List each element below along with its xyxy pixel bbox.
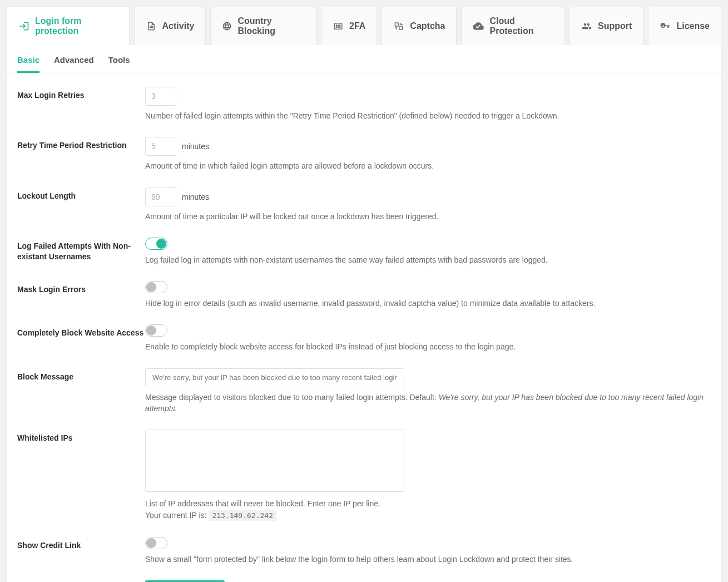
tab-label: License: [676, 21, 710, 31]
label-log-failed-nonexistant: Log Failed Attempts With Non-existant Us…: [17, 238, 145, 262]
support-icon: [581, 21, 592, 32]
label-lockout-length: Lockout Length: [17, 188, 145, 201]
document-icon: [146, 21, 157, 32]
tab-country-blocking[interactable]: Country Blocking: [210, 7, 316, 45]
hint-completely-block: Enable to completely block website acces…: [145, 341, 711, 352]
hint-retry-time-period: Amount of time in which failed login att…: [145, 160, 711, 171]
tab-label: Login form protection: [35, 16, 118, 36]
sub-tab-advanced[interactable]: Advanced: [54, 55, 94, 73]
hint-show-credit-link: Show a small "form protected by" link be…: [145, 554, 711, 565]
label-max-login-retries: Max Login Retries: [17, 87, 145, 101]
tab-label: Activity: [162, 21, 195, 31]
svg-point-2: [338, 25, 339, 26]
svg-rect-8: [399, 26, 403, 29]
toggle-completely-block[interactable]: [145, 324, 167, 337]
keypad-icon: [333, 21, 344, 32]
toggle-mask-login-errors[interactable]: [145, 281, 167, 293]
unit-minutes: minutes: [182, 193, 209, 201]
globe-icon: [222, 21, 232, 32]
label-show-credit-link: Show Credit Link: [17, 537, 145, 551]
tab-cloud-protection[interactable]: Cloud Protection: [461, 7, 565, 45]
tab-2fa[interactable]: 2FA: [321, 7, 377, 45]
captcha-icon: [393, 21, 404, 32]
input-lockout-length[interactable]: [145, 188, 176, 206]
hint-lockout-length: Amount of time a particular IP will be l…: [145, 211, 711, 222]
hint-mask-login-errors: Hide log in error details (such as inval…: [145, 298, 711, 309]
tab-label: Captcha: [410, 21, 445, 31]
svg-point-5: [338, 27, 339, 28]
input-block-message[interactable]: [145, 368, 404, 387]
key-icon: [660, 21, 671, 32]
input-max-login-retries[interactable]: [145, 87, 176, 106]
label-retry-time-period: Retry Time Period Restriction: [17, 137, 145, 151]
tab-label: Support: [598, 21, 632, 31]
svg-point-1: [336, 25, 337, 26]
sub-tab-basic[interactable]: Basic: [17, 55, 39, 73]
tab-login-form-protection[interactable]: Login form protection: [7, 7, 130, 45]
cloud-check-icon: [473, 21, 484, 32]
label-mask-login-errors: Mask Login Errors: [17, 281, 145, 295]
tab-support[interactable]: Support: [569, 7, 643, 45]
hint-log-failed-nonexistant: Log failed log in attempts with non-exis…: [145, 254, 711, 265]
toggle-show-credit-link[interactable]: [145, 537, 167, 549]
tab-activity[interactable]: Activity: [134, 7, 206, 45]
hint-whitelisted-ips: List of IP addresses that will never be …: [145, 498, 711, 521]
unit-minutes: minutes: [182, 142, 209, 151]
tab-captcha[interactable]: Captcha: [382, 7, 457, 45]
svg-rect-7: [395, 23, 399, 26]
tab-label: 2FA: [349, 21, 365, 31]
hint-block-message: Message displayed to visitors blocked du…: [145, 392, 711, 415]
label-block-message: Block Message: [17, 368, 145, 382]
sub-tab-tools[interactable]: Tools: [108, 55, 130, 73]
hint-max-login-retries: Number of failed login attempts within t…: [145, 110, 711, 121]
tab-license[interactable]: License: [648, 7, 721, 45]
label-completely-block: Completely Block Website Access: [17, 324, 145, 338]
svg-point-3: [339, 25, 340, 26]
tab-label: Cloud Protection: [489, 16, 553, 36]
svg-point-6: [339, 27, 340, 28]
login-icon: [18, 21, 29, 32]
current-ip: 213.149.62.242: [209, 510, 276, 521]
label-whitelisted-ips: Whitelisted IPs: [17, 430, 145, 443]
textarea-whitelisted-ips[interactable]: [145, 430, 404, 492]
tab-label: Country Blocking: [237, 16, 305, 36]
svg-point-4: [336, 27, 337, 28]
toggle-log-failed-nonexistant[interactable]: [145, 238, 167, 250]
input-retry-time-period[interactable]: [145, 137, 176, 156]
